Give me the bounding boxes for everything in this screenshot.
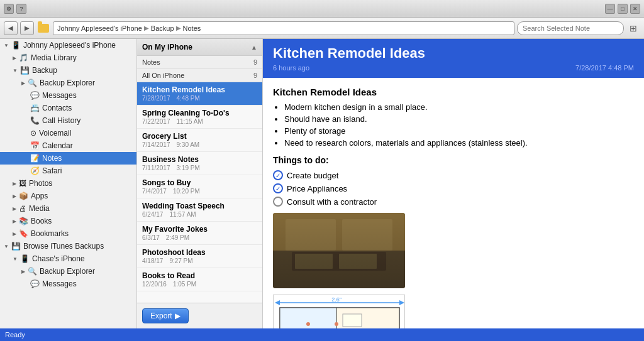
sidebar-item-label: Backup [32,66,57,75]
sidebar-item-contacts[interactable]: 📇 Contacts [0,102,136,114]
sidebar-item-label: Media [29,204,50,213]
note-title: My Favorite Jokes [142,225,257,234]
search-input[interactable] [517,21,624,35]
sidebar-item-chase-iphone[interactable]: ▼ 📱 Chase's iPhone [0,252,136,265]
note-item-8[interactable]: Books to Read 12/20/16 1:05 PM [137,268,262,291]
note-meta: 7/14/2017 9:30 AM [142,141,257,148]
itunes-icon: 💾 [11,242,21,251]
photos-icon: 🖼 [19,179,26,188]
note-date-full: 7/28/2017 4:48 PM [575,64,634,72]
books-icon: 📚 [19,217,28,225]
media2-icon: 🖨 [19,204,26,213]
sidebar-item-media-library[interactable]: ▶ 🎵 Media Library [0,51,136,64]
todo-item-0: ✓ Create budget [273,170,634,180]
sidebar-item-apps[interactable]: ▶ 📦 Apps [0,190,136,202]
note-time: 2:49 PM [166,234,189,241]
svg-rect-5 [295,254,333,269]
note-item-0[interactable]: Kitchen Remodel Ideas 7/28/2017 4:48 PM [137,82,262,106]
toolbar: ◀ ▶ Johnny Appleseed's iPhone ▶ Backup ▶… [0,18,644,39]
settings-icon[interactable]: ⚙ [4,4,14,14]
sidebar-item-calendar[interactable]: 📅 Calendar [0,139,136,152]
calendar-icon: 📅 [30,141,40,150]
notes-section-header[interactable]: Notes 9 [137,56,262,69]
note-title: Business Notes [142,155,257,164]
sidebar-item-photos[interactable]: ▶ 🖼 Photos [0,177,136,190]
status-text: Ready [5,331,25,338]
sidebar-item-label: Backup Explorer [40,78,95,87]
note-item-2[interactable]: Grocery List 7/14/2017 9:30 AM [137,129,262,152]
note-item-1[interactable]: Spring Cleaning To-Do's 7/22/2017 11:15 … [137,106,262,129]
note-meta: 7/4/2017 10:20 PM [142,188,257,195]
back-button[interactable]: ◀ [4,21,18,35]
note-meta: 7/11/2017 3:19 PM [142,165,257,171]
note-title: Books to Read [142,271,257,280]
contacts-icon: 📇 [30,104,40,112]
notes-section-label: Notes [142,58,160,66]
collapse-icon[interactable]: ▲ [251,44,257,51]
chevron-icon: ▶ [21,80,25,86]
sidebar-item-label: Notes [42,154,62,163]
sidebar-item-books[interactable]: ▶ 📚 Books [0,215,136,227]
sidebar-item-backup-explorer[interactable]: ▶ 🔍 Backup Explorer [0,77,136,89]
chevron-icon: ▶ [13,231,16,237]
sidebar-item-voicemail[interactable]: ⊙ Voicemail [0,127,136,139]
forward-button[interactable]: ▶ [20,21,34,35]
note-date: 7/14/2017 [142,141,170,148]
title-bar: ⚙ ? — □ ✕ [0,0,644,18]
sidebar-item-call-history[interactable]: 📞 Call History [0,114,136,127]
notes-count: 9 [253,58,257,66]
note-meta: 12/20/16 1:05 PM [142,281,257,288]
breadcrumb-sep-1: ▶ [144,24,149,31]
notes-list: Kitchen Remodel Ideas 7/28/2017 4:48 PM … [137,82,262,291]
media-icon: 🎵 [19,53,28,62]
explorer-icon: 🔍 [28,78,37,87]
sidebar-item-safari[interactable]: 🧭 Safari [0,165,136,177]
note-item-5[interactable]: Wedding Toast Speech 6/24/17 11:57 AM [137,198,262,222]
minimize-button[interactable]: — [605,4,615,14]
note-date: 4/18/17 [142,257,163,264]
svg-rect-17 [343,314,362,327]
note-date: 6/3/17 [142,234,160,241]
chase-device-icon: 📱 [20,254,30,263]
sidebar-item-bookmarks[interactable]: ▶ 🔖 Bookmarks [0,227,136,240]
sidebar-item-label: Photos [29,179,52,188]
maximize-button[interactable]: □ [618,4,628,14]
voicemail-icon: ⊙ [30,129,36,138]
breadcrumb: Johnny Appleseed's iPhone ▶ Backup ▶ Not… [53,21,514,35]
apps-icon: 📦 [19,192,28,200]
export-button[interactable]: Export ▶ [142,308,189,323]
sidebar-item-notes[interactable]: 📝 Notes [0,152,136,165]
svg-rect-4 [292,252,386,271]
notes-panel: On My iPhone ▲ Notes 9 All On iPhone 9 K… [137,39,263,328]
todo-label: Price Appliances [287,184,347,193]
sidebar-item-iphone[interactable]: ▼ 📱 Johnny Appleseed's iPhone [0,39,136,51]
breadcrumb-part-3[interactable]: Notes [183,24,201,32]
note-title: Wedding Toast Speech [142,202,257,210]
sidebar-item-chase-messages[interactable]: 💬 Messages [0,278,136,290]
help-icon[interactable]: ? [16,4,26,14]
sidebar-item-messages[interactable]: 💬 Messages [0,89,136,102]
svg-point-16 [335,322,338,326]
breadcrumb-part-2[interactable]: Backup [151,24,174,32]
sidebar-item-label: Books [31,217,52,225]
close-button[interactable]: ✕ [630,4,640,14]
note-item-4[interactable]: Songs to Buy 7/4/2017 10:20 PM [137,175,262,198]
breadcrumb-part-1[interactable]: Johnny Appleseed's iPhone [57,24,142,32]
grid-view-button[interactable]: ⊞ [626,21,640,35]
breadcrumb-sep-2: ▶ [176,24,181,31]
sidebar-item-chase-backup-explorer[interactable]: ▶ 🔍 Backup Explorer [0,265,136,278]
sidebar-item-media[interactable]: ▶ 🖨 Media [0,202,136,215]
sidebar-item-browse-itunes[interactable]: ▼ 💾 Browse iTunes Backups [0,240,136,252]
note-title: Grocery List [142,132,257,141]
note-bullet-2: Plenty of storage [284,126,634,136]
chevron-icon: ▼ [4,43,9,48]
sidebar-item-backup[interactable]: ▼ 💾 Backup [0,64,136,77]
note-item-7[interactable]: Photoshoot Ideas 4/18/17 9:27 PM [137,245,262,268]
note-item-6[interactable]: My Favorite Jokes 6/3/17 2:49 PM [137,222,262,245]
note-title: Kitchen Remodel Ideas [142,85,257,94]
chevron-icon: ▶ [13,206,16,212]
svg-text:2.6": 2.6" [331,296,341,303]
notes-all-header[interactable]: All On iPhone 9 [137,69,262,82]
note-item-3[interactable]: Business Notes 7/11/2017 3:19 PM [137,152,262,175]
note-date: 7/11/2017 [142,165,170,171]
